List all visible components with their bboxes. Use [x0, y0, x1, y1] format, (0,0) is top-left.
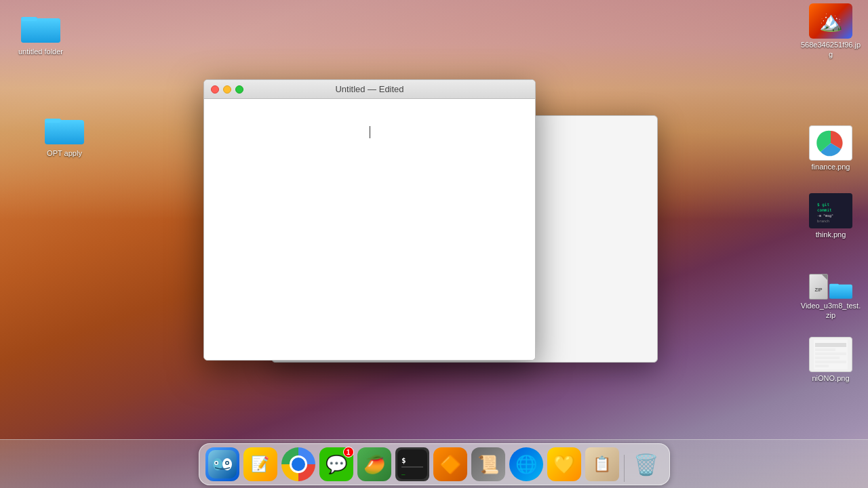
svg-rect-5 — [45, 119, 61, 123]
script-icon: 📜 — [471, 447, 505, 481]
svg-rect-2 — [21, 18, 60, 43]
textedit-body[interactable] — [204, 99, 535, 360]
vlc-icon: 🔶 — [433, 447, 467, 481]
svg-rect-16 — [815, 343, 846, 347]
svg-text:_: _ — [401, 468, 406, 475]
window-titlebar: Untitled — Edited — [204, 80, 535, 99]
dock-separator — [624, 455, 625, 482]
mango-icon: 🥭 — [357, 447, 391, 481]
dock-item-trash[interactable]: 🗑️ — [629, 447, 664, 482]
svg-rect-17 — [815, 348, 835, 351]
svg-point-26 — [215, 462, 217, 464]
window-controls[interactable] — [211, 85, 243, 94]
desktop-icon-label-2: OPT apply — [47, 148, 82, 158]
svg-text:branch: branch — [817, 219, 829, 223]
niono-label: niONO.png — [812, 373, 849, 383]
svg-rect-3 — [21, 17, 37, 21]
dock: 📝 💬 1 🥭 $ — [0, 439, 868, 488]
svg-rect-4 — [45, 120, 84, 144]
svg-text:$: $ — [401, 456, 406, 465]
desktop-icon-label: untitled folder — [18, 47, 63, 56]
textedit-window-front[interactable]: Untitled — Edited — [203, 79, 536, 361]
svg-text:-m "msg": -m "msg" — [817, 214, 833, 218]
minimize-button[interactable] — [223, 85, 231, 94]
desktop-icon-opt-apply[interactable]: OPT apply — [37, 112, 92, 158]
svg-rect-14 — [829, 284, 839, 287]
svg-rect-21 — [815, 365, 829, 367]
svg-text:commit: commit — [817, 207, 832, 212]
elytra-icon: 📋 — [585, 447, 619, 481]
notes-icon: 📝 — [243, 447, 277, 481]
desktop-icon-video-zip[interactable]: ZIP Video_u3m8_test.zip — [800, 264, 861, 321]
think-thumbnail: $ git commit -m "msg" branch — [809, 193, 852, 228]
desktop-icon-niono[interactable]: niONO.png — [800, 337, 861, 383]
firefox-icon: 🌐 — [509, 447, 543, 481]
dock-item-chrome[interactable] — [281, 447, 316, 482]
svg-point-28 — [226, 462, 228, 464]
terminal-icon: $ _ — [395, 447, 429, 481]
dock-item-elytra[interactable]: 📋 — [585, 447, 620, 482]
svg-rect-18 — [815, 352, 846, 355]
dock-item-treasure[interactable]: 💛 — [547, 447, 582, 482]
maximize-button[interactable] — [235, 85, 243, 94]
dock-item-wechat[interactable]: 💬 1 — [319, 447, 354, 482]
dock-item-firefox[interactable]: 🌐 — [509, 447, 544, 482]
svg-rect-20 — [815, 361, 846, 363]
dock-item-mango[interactable]: 🥭 — [357, 447, 392, 482]
finance-thumbnail — [809, 125, 852, 161]
trash-icon: 🗑️ — [629, 447, 663, 481]
desktop-icon-untitled-folder[interactable]: untitled folder — [14, 10, 68, 56]
chrome-icon — [281, 447, 315, 481]
finance-label: finance.png — [812, 162, 850, 171]
dock-item-terminal[interactable]: $ _ — [395, 447, 430, 482]
text-cursor — [370, 126, 370, 138]
desktop-icon-finance[interactable]: finance.png — [800, 125, 861, 171]
svg-text:$ git: $ git — [817, 202, 829, 207]
video-zip-thumbnail: ZIP — [809, 264, 852, 300]
folder-icon-2 — [43, 112, 86, 147]
svg-rect-19 — [815, 357, 840, 359]
capitan-thumbnail: 🏔️ — [809, 3, 852, 39]
dock-item-finder[interactable] — [205, 447, 240, 482]
desktop-icon-think[interactable]: $ git commit -m "msg" branch think.png — [800, 193, 861, 239]
window-title: Untitled — Edited — [335, 84, 403, 94]
svg-rect-13 — [829, 285, 852, 299]
close-button[interactable] — [211, 85, 219, 94]
dock-item-notes[interactable]: 📝 — [243, 447, 278, 482]
niono-thumbnail — [809, 337, 852, 372]
finder-icon — [205, 447, 239, 481]
think-label: think.png — [816, 230, 846, 239]
dock-inner: 📝 💬 1 🥭 $ — [199, 443, 670, 485]
folder-icon — [19, 10, 62, 45]
treasure-icon: 💛 — [547, 447, 581, 481]
dock-item-vlc[interactable]: 🔶 — [433, 447, 468, 482]
wechat-badge: 1 — [343, 447, 354, 458]
video-zip-label: Video_u3m8_test.zip — [800, 301, 861, 321]
capitan-label: 568e346251f96.jpg — [800, 40, 861, 60]
desktop-background: untitled folder OPT apply 🏔️ 568e346251f… — [0, 0, 868, 488]
dock-item-script[interactable]: 📜 — [471, 447, 506, 482]
desktop-icon-capitan[interactable]: 🏔️ 568e346251f96.jpg — [800, 3, 861, 60]
